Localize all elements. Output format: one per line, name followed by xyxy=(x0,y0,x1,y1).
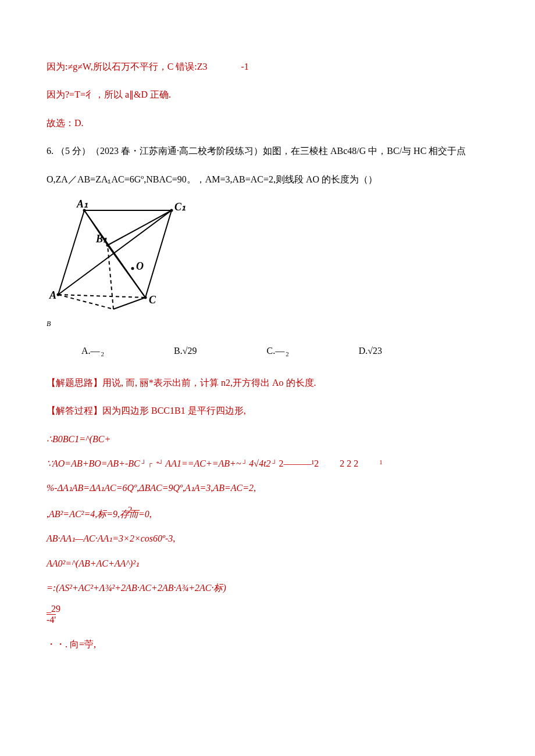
choice-C: C.—2 xyxy=(267,342,289,360)
eq-2-b: AA1==AC+=AB+~ xyxy=(165,458,241,468)
eq-4-top: 2 xyxy=(128,506,133,514)
eq-5: AB·AA₁—AC·AA₁=3×2×cos60º-3, xyxy=(47,530,488,547)
line-1: 因为:≠g≠W,所以石万不平行，C 错误:Z3 -1 xyxy=(47,58,488,76)
svg-line-6 xyxy=(58,210,172,295)
eq-9: ・・. 向=苧, xyxy=(47,636,488,653)
svg-line-0 xyxy=(58,210,84,295)
choice-A-text: A.— xyxy=(81,346,100,356)
svg-point-16 xyxy=(57,293,60,296)
eq-1: ∴B0BC1=^(BC+ xyxy=(47,431,488,448)
label-A: A xyxy=(49,289,56,301)
frag-icon: ┘ xyxy=(273,457,277,470)
frag-icon: *┘ xyxy=(156,457,163,470)
choice-D: D.√23 xyxy=(359,342,382,360)
label-B1: B₁ xyxy=(95,233,107,245)
eq-2-a: ∵AO=AB+BO=AB+-BC xyxy=(47,458,140,468)
eq-8-bot: -4' xyxy=(47,614,56,625)
label-O: O xyxy=(136,260,144,272)
eq-4-text: ,AB²=AC²=4,标=9,存而=0, xyxy=(47,506,488,523)
frag-icon: ┘ xyxy=(243,457,248,470)
eq-2-c: 4√4t2 xyxy=(249,458,270,468)
svg-point-17 xyxy=(144,296,147,299)
choice-C-sub: 2 xyxy=(286,350,289,357)
svg-line-5 xyxy=(145,210,172,298)
choice-C-text: C.— xyxy=(267,346,285,356)
label-B: B xyxy=(47,317,488,331)
svg-point-15 xyxy=(131,267,134,270)
eq-7: =:(AS²+AC²+Λ¾²+2AB·AC+2AB·A¾+2AC·标) xyxy=(47,579,488,597)
label-C: C xyxy=(149,294,156,306)
question-6-line-a: 6. （5 分）（2023 春・江苏南通·高二校考阶段练习）如图，在三棱柱 AB… xyxy=(47,142,488,160)
prism-svg: A₁ C₁ B₁ O A C xyxy=(47,199,198,315)
eq-2: ∵AO=AB+BO=AB+-BC┘ ┌*┘AA1==AC+=AB+~┘4√4t2… xyxy=(47,455,488,472)
eq-2-trail: 2 2 2 xyxy=(340,458,358,468)
question-6-line-b: O,ZA／AB=ZA₁AC=6Gº,NBAC=90。，AM=3,AB=AC=2,… xyxy=(47,171,488,188)
eq-8: _29 -4' xyxy=(47,604,488,625)
choice-B: B.√29 xyxy=(174,342,197,360)
choice-A: A.—2 xyxy=(81,342,104,360)
line-2: 因为?=T=彳，所以 a∥&D 正确. xyxy=(47,86,488,103)
line-1-post: -1 xyxy=(241,62,249,71)
svg-line-10 xyxy=(113,298,145,309)
prism-figure: A₁ C₁ B₁ O A C B xyxy=(47,199,488,331)
label-A1: A₁ xyxy=(76,199,88,210)
frag-icon: ┘ ┌ xyxy=(142,457,152,470)
line-1-pre: 因为:≠g≠W,所以石万不平行，C 错误:Z3 xyxy=(47,62,208,71)
svg-line-9 xyxy=(108,210,172,245)
svg-line-4 xyxy=(58,295,113,309)
eq-8-top: _29 xyxy=(47,604,488,614)
eq-2-trail-end: 1 xyxy=(379,458,383,465)
label-C1: C₁ xyxy=(174,201,186,213)
choice-A-sub: 2 xyxy=(101,350,105,357)
solution-idea: 【解题思路】用说, 而, 丽*表示出前，计算 n2,开方得出 Ao 的长度. xyxy=(47,374,488,392)
line-3: 故选：D. xyxy=(47,114,488,132)
svg-point-13 xyxy=(170,209,173,212)
choices-row: A.—2 B.√29 C.—2 D.√23 xyxy=(81,342,488,360)
eq-6: AA0²=^(AB+AC+AA^)²₁ xyxy=(47,555,488,572)
svg-line-3 xyxy=(58,295,145,298)
solution-process: 【解答过程】因为四边形 BCC1B1 是平行四边形, xyxy=(47,402,488,420)
eq-4: 2 ,AB²=AC²=4,标=9,存而=0, xyxy=(47,506,488,523)
eq-3: %-ΔA₁AB=ΔA₁AC=6Qº,ΔBAC=9Qº,A₁A=3,AB=AC=2… xyxy=(47,479,488,497)
